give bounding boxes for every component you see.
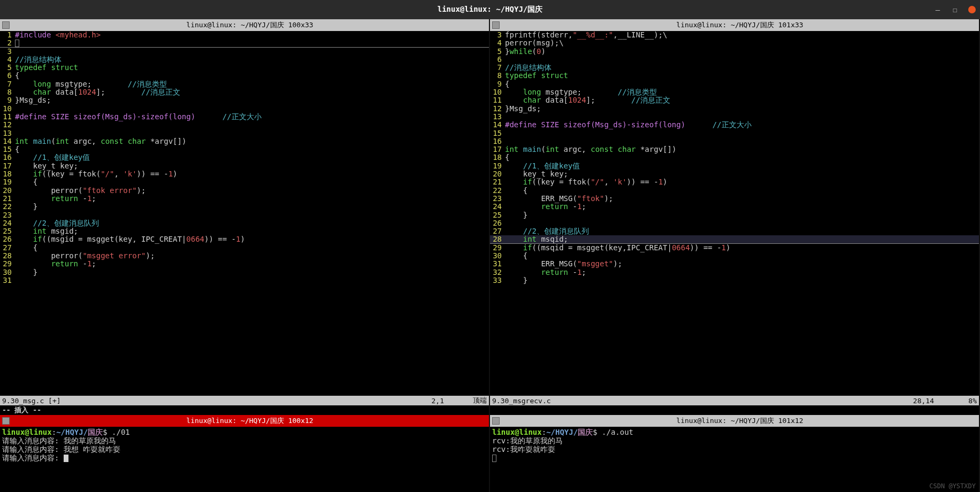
pane-bottom-left: linux@linux: ~/HQYJ/国庆 100x12 linux@linu… <box>0 415 490 492</box>
code-line: 22 { <box>490 187 979 195</box>
pane-bottom-right: linux@linux: ~/HQYJ/国庆 101x12 linux@linu… <box>490 415 980 492</box>
code-line: 4perror(msg);\ <box>490 39 979 47</box>
code-line: 23 <box>0 211 489 219</box>
window-titlebar: linux@linux: ~/HQYJ/国庆 — ☐ <box>0 0 980 19</box>
pane-header-br: linux@linux: ~/HQYJ/国庆 101x12 <box>490 415 979 427</box>
code-line: 7 long msgtype; //消息类型 <box>0 80 489 88</box>
pane-menu-icon[interactable] <box>2 21 10 29</box>
code-line: 20 perror("ftok error"); <box>0 187 489 195</box>
workspace: linux@linux: ~/HQYJ/国庆 100x33 1#include … <box>0 19 980 415</box>
code-line: 25 int msgid; <box>0 227 489 235</box>
code-line: 11#define SIZE sizeof(Msg_ds)-sizeof(lon… <box>0 113 489 121</box>
code-line: 20 key_t key; <box>490 170 979 178</box>
code-line: 3 <box>0 48 489 56</box>
code-line: 8 char data[1024]; //消息正文 <box>0 88 489 96</box>
code-line: 27 //2、创建消息队列 <box>490 227 979 235</box>
code-line: 5}while(0) <box>490 48 979 56</box>
code-line: 31 ERR_MSG("msgget"); <box>490 260 979 268</box>
code-line: 18{ <box>490 153 979 162</box>
pane-title: linux@linux: ~/HQYJ/国庆 101x33 <box>503 20 977 30</box>
bottom-row: linux@linux: ~/HQYJ/国庆 100x12 linux@linu… <box>0 415 980 492</box>
code-line: 6 <box>490 56 979 64</box>
code-line: 19 //1、创建key值 <box>490 162 979 170</box>
code-line: 12 <box>0 121 489 129</box>
pane-top-left: linux@linux: ~/HQYJ/国庆 100x33 1#include … <box>0 19 490 415</box>
code-line: 22 } <box>0 203 489 211</box>
code-line: 29 if((msqid = msgget(key,IPC_CREAT|0664… <box>490 244 979 252</box>
code-line: 15{ <box>0 145 489 153</box>
code-line: 26 <box>490 219 979 227</box>
code-line: 7//消息结构体 <box>490 64 979 72</box>
code-line: 24 //2、创建消息队列 <box>0 219 489 227</box>
code-line: 2 <box>0 39 489 47</box>
code-line: 33 } <box>490 276 979 285</box>
code-line: 13 <box>0 129 489 137</box>
window-title: linux@linux: ~/HQYJ/国庆 <box>438 5 543 14</box>
code-line: 10 <box>0 105 489 113</box>
code-editor-right[interactable]: 3fprintf(stderr,"__%d__:",__LINE__);\4pe… <box>490 31 979 396</box>
status-scroll: 8% <box>945 397 977 405</box>
code-line: 28 perror("msgget error"); <box>0 252 489 260</box>
code-line: 30 } <box>0 268 489 276</box>
code-line: 14#define SIZE sizeof(Msg_ds)-sizeof(lon… <box>490 121 979 129</box>
code-line: 13 <box>490 113 979 121</box>
pane-menu-icon[interactable] <box>492 21 500 29</box>
code-line: 11 char data[1024]; //消息正文 <box>490 96 979 104</box>
vim-mode-right <box>490 405 979 415</box>
maximize-button[interactable]: ☐ <box>951 6 959 13</box>
statusbar-left: 9.30_msg.c [+] 2,1 顶端 <box>0 396 489 405</box>
code-line: 16 //1、创建key值 <box>0 153 489 162</box>
code-line: 32 return -1; <box>490 268 979 276</box>
code-line: 16 <box>490 137 979 145</box>
status-file: 9.30_msg.c [+] <box>2 397 391 405</box>
status-file: 9.30_msgrecv.c <box>492 397 881 405</box>
pane-title: linux@linux: ~/HQYJ/国庆 101x12 <box>503 416 977 426</box>
pane-menu-icon[interactable] <box>2 417 10 425</box>
code-line: 6{ <box>0 72 489 80</box>
code-line: 9}Msg_ds; <box>0 96 489 104</box>
statusbar-right: 9.30_msgrecv.c 28,14 8% <box>490 396 979 405</box>
terminal-left[interactable]: linux@linux:~/HQYJ/国庆$ ./01请输入消息内容: 我的草原… <box>0 427 489 492</box>
code-line: 5typedef struct <box>0 64 489 72</box>
minimize-button[interactable]: — <box>934 6 941 13</box>
code-line: 27 { <box>0 244 489 252</box>
pane-header-tr: linux@linux: ~/HQYJ/国庆 101x33 <box>490 19 979 31</box>
watermark: CSDN @YSTXDY <box>929 482 976 490</box>
code-line: 18 if((key = ftok("/", 'k')) == -1) <box>0 170 489 178</box>
status-pos: 2,1 <box>391 397 455 405</box>
code-line: 21 if((key = ftok("/", 'k')) == -1) <box>490 178 979 186</box>
pane-header-bl: linux@linux: ~/HQYJ/国庆 100x12 <box>0 415 489 427</box>
pane-top-right: linux@linux: ~/HQYJ/国庆 101x33 3fprintf(s… <box>490 19 980 415</box>
code-line: 10 long msgtype; //消息类型 <box>490 88 979 96</box>
code-line: 21 return -1; <box>0 195 489 203</box>
code-line: 4//消息结构体 <box>0 56 489 64</box>
code-line: 12}Msg_ds; <box>490 105 979 113</box>
vim-mode: -- 插入 -- <box>0 405 489 415</box>
code-line: 25 } <box>490 211 979 219</box>
code-line: 23 ERR_MSG("ftok"); <box>490 195 979 203</box>
code-line: 29 return -1; <box>0 260 489 268</box>
pane-title: linux@linux: ~/HQYJ/国庆 100x33 <box>13 20 487 30</box>
code-editor-left[interactable]: 1#include <myhead.h>234//消息结构体5typedef s… <box>0 31 489 396</box>
code-line: 17 key_t key; <box>0 162 489 170</box>
code-line: 30 { <box>490 252 979 260</box>
code-line: 28 int msqid; <box>490 235 979 243</box>
code-line: 9{ <box>490 80 979 88</box>
terminal-right[interactable]: linux@linux:~/HQYJ/国庆$ ./a.outrcv:我的草原我的… <box>490 427 979 492</box>
status-pos: 28,14 <box>881 397 945 405</box>
code-line: 17int main(int argc, const char *argv[]) <box>490 145 979 153</box>
code-line: 1#include <myhead.h> <box>0 31 489 39</box>
code-line: 8typedef struct <box>490 72 979 80</box>
pane-header-tl: linux@linux: ~/HQYJ/国庆 100x33 <box>0 19 489 31</box>
code-line: 14int main(int argc, const char *argv[]) <box>0 137 489 145</box>
code-line: 19 { <box>0 178 489 186</box>
status-scroll: 顶端 <box>455 396 487 405</box>
code-line: 15 <box>490 129 979 137</box>
code-line: 3fprintf(stderr,"__%d__:",__LINE__);\ <box>490 31 979 39</box>
code-line: 24 return -1; <box>490 203 979 211</box>
pane-title: linux@linux: ~/HQYJ/国庆 100x12 <box>13 416 487 426</box>
code-line: 26 if((msgid = msgget(key, IPC_CREAT|066… <box>0 235 489 243</box>
code-line: 31 <box>0 276 489 285</box>
pane-menu-icon[interactable] <box>492 417 500 425</box>
close-button[interactable] <box>968 6 976 13</box>
